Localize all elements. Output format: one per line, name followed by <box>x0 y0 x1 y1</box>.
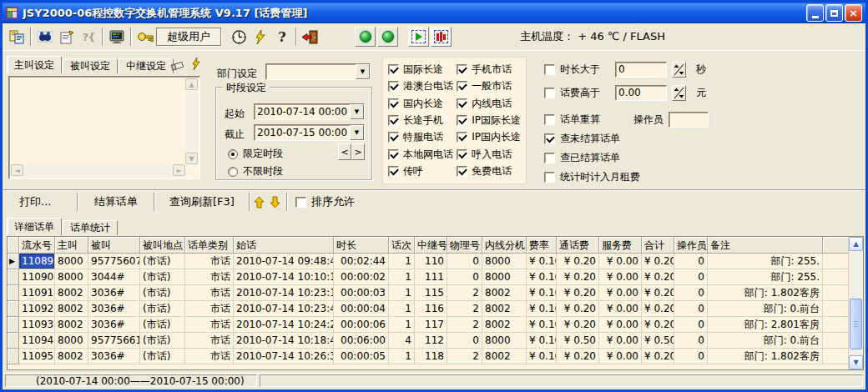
fee-field[interactable] <box>615 85 667 101</box>
grid-cell[interactable]: 11089 <box>19 254 55 269</box>
grid-cell[interactable]: 1 <box>389 301 415 317</box>
column-header[interactable]: 内线分机 <box>482 237 527 254</box>
grid-cell[interactable]: 0 <box>674 301 708 317</box>
grid-cell[interactable]: 2010-07-14 10:10:10 <box>234 269 334 285</box>
grid-cell[interactable]: 8002 <box>482 285 527 301</box>
call-type-checkbox[interactable] <box>388 64 399 75</box>
grid-cell[interactable]: 8000 <box>482 254 527 269</box>
properties-button[interactable] <box>56 26 78 48</box>
column-header[interactable]: 主叫 <box>55 237 88 254</box>
grid-cell[interactable]: 4 <box>389 333 415 349</box>
grid-cell[interactable]: ¥ 0.20 <box>557 349 599 364</box>
duration-field[interactable] <box>615 62 667 78</box>
grid-cell[interactable]: 部门: 255. <box>708 254 823 269</box>
column-header[interactable]: 合计 <box>642 237 674 254</box>
column-header[interactable]: 流水号 <box>19 237 55 254</box>
grid-cell[interactable]: ¥ 0.20 <box>557 269 599 285</box>
grid-cell[interactable]: 2010-07-14 09:48:45 <box>234 254 334 269</box>
grid-cell[interactable]: 1 <box>389 349 415 364</box>
grid-cell[interactable]: 8002 <box>55 349 88 364</box>
grid-cell[interactable]: 部门: 1.802客房 <box>708 285 823 301</box>
lightning-button[interactable] <box>250 26 271 48</box>
grid-cell[interactable]: ¥ 0.10 <box>527 301 557 317</box>
grid-cell[interactable]: ¥ 0.20 <box>557 301 599 317</box>
grid-cell[interactable]: 112 <box>415 333 447 349</box>
grid-cell[interactable]: 8002 <box>55 301 88 317</box>
grid-cell[interactable]: 3036# <box>88 349 140 364</box>
next-period-button[interactable]: > <box>351 143 365 160</box>
grid-cell[interactable]: 部门: 2.801客房 <box>708 317 823 333</box>
grid-cell[interactable]: 11095 <box>19 349 55 364</box>
call-type-checkbox[interactable] <box>457 166 467 177</box>
grid-cell[interactable]: 1 <box>389 317 415 333</box>
prev-period-button[interactable]: < <box>338 143 351 160</box>
grid-cell[interactable]: 0 <box>447 254 482 269</box>
clock-button[interactable] <box>228 26 250 48</box>
grid-cell[interactable]: 2010-07-14 10:23:18 <box>234 285 334 301</box>
grid-cell[interactable]: 1 <box>389 269 415 285</box>
minimize-button[interactable] <box>806 4 824 22</box>
column-header[interactable]: 话单类别 <box>185 237 234 254</box>
flash-button[interactable] <box>192 58 200 73</box>
grid-cell[interactable]: (市话) <box>140 254 185 269</box>
filter-tab-1[interactable]: 主叫设定 <box>7 56 62 73</box>
chevron-down-icon[interactable]: ▼ <box>350 125 364 140</box>
close-button[interactable]: × <box>845 4 862 22</box>
call-type-checkbox[interactable] <box>388 132 399 143</box>
column-header[interactable]: 服务费 <box>599 237 642 254</box>
help-button[interactable]: ? <box>271 26 293 48</box>
grid-cell[interactable]: 118 <box>415 349 447 364</box>
grid-cell[interactable]: 8002 <box>55 285 88 301</box>
scrollbar-thumb[interactable] <box>850 299 862 349</box>
grid-cell[interactable]: ¥ 0.10 <box>527 317 557 333</box>
refresh-button[interactable]: 查询刷新[F3] <box>158 192 246 213</box>
grid-cell[interactable]: 00:06:00 <box>334 333 389 349</box>
filter-tab-3[interactable]: 中继设定 <box>119 58 174 73</box>
settle-button[interactable]: 结算话单 <box>81 192 151 213</box>
grid-vertical-scrollbar[interactable]: ▲ ▼ <box>848 237 863 369</box>
grid-cell[interactable]: 0 <box>674 333 708 349</box>
led-button-2[interactable] <box>377 27 398 47</box>
maximize-button[interactable] <box>825 4 843 22</box>
grid-cell[interactable]: (市话) <box>140 269 185 285</box>
column-header[interactable]: 物理号 <box>447 237 482 254</box>
grid-cell[interactable]: 8000 <box>482 269 527 285</box>
grid-cell[interactable]: 0 <box>674 269 708 285</box>
call-type-checkbox[interactable] <box>457 115 467 126</box>
grid-cell[interactable]: 2 <box>447 317 482 333</box>
table-row[interactable]: 1109580023036#(市话)市话2010-07-14 10:26:390… <box>8 349 848 364</box>
grid-cell[interactable]: 11090 <box>19 269 55 285</box>
led-button-1[interactable] <box>355 27 376 47</box>
grid-cell[interactable]: (市话) <box>140 349 185 364</box>
scroll-down-icon[interactable]: ▼ <box>849 355 863 369</box>
grid-cell[interactable]: 2010-07-14 10:26:39 <box>234 349 334 364</box>
listbox-horizontal-scrollbar[interactable]: ◄ ► <box>11 164 185 177</box>
department-combo[interactable]: ▼ <box>265 63 371 80</box>
grid-cell[interactable]: (市话) <box>140 301 185 317</box>
extract-button[interactable] <box>6 26 28 48</box>
grid-cell[interactable]: 110 <box>415 254 447 269</box>
grid-cell[interactable]: ¥ 0.00 <box>599 285 642 301</box>
grid-cell[interactable]: ¥ 0.00 <box>599 349 642 364</box>
column-header[interactable]: 费率 <box>527 237 557 254</box>
grid-cell[interactable]: 111 <box>415 269 447 285</box>
scroll-up-icon[interactable]: ▲ <box>185 78 198 90</box>
scroll-up-icon[interactable]: ▲ <box>849 237 863 251</box>
grid-cell[interactable]: 部门: 1.802客房 <box>708 349 823 364</box>
duration-spinner[interactable] <box>672 62 686 78</box>
grid-cell[interactable]: 00:02:44 <box>334 254 389 269</box>
grid-cell[interactable]: ¥ 0.00 <box>599 254 642 269</box>
grid-cell[interactable]: 2 <box>447 349 482 364</box>
column-header[interactable]: 始话 <box>234 237 334 254</box>
grid-cell[interactable]: ¥ 0.00 <box>599 317 642 333</box>
table-row[interactable]: 1109280023036#(市话)市话2010-07-14 10:23:450… <box>8 301 848 317</box>
grid-cell[interactable]: 115 <box>415 285 447 301</box>
call-type-checkbox[interactable] <box>457 132 467 143</box>
grid-cell[interactable]: ¥ 0.20 <box>557 254 599 269</box>
grid-cell[interactable]: ¥ 0.20 <box>557 317 599 333</box>
grid-cell[interactable]: 8000 <box>482 333 527 349</box>
grid-cell[interactable]: 市话 <box>185 254 234 269</box>
recalc-checkbox[interactable] <box>544 114 555 125</box>
operator-input[interactable] <box>672 113 705 125</box>
table-row[interactable]: 1109080003044#(市话)市话2010-07-14 10:10:100… <box>8 269 848 285</box>
